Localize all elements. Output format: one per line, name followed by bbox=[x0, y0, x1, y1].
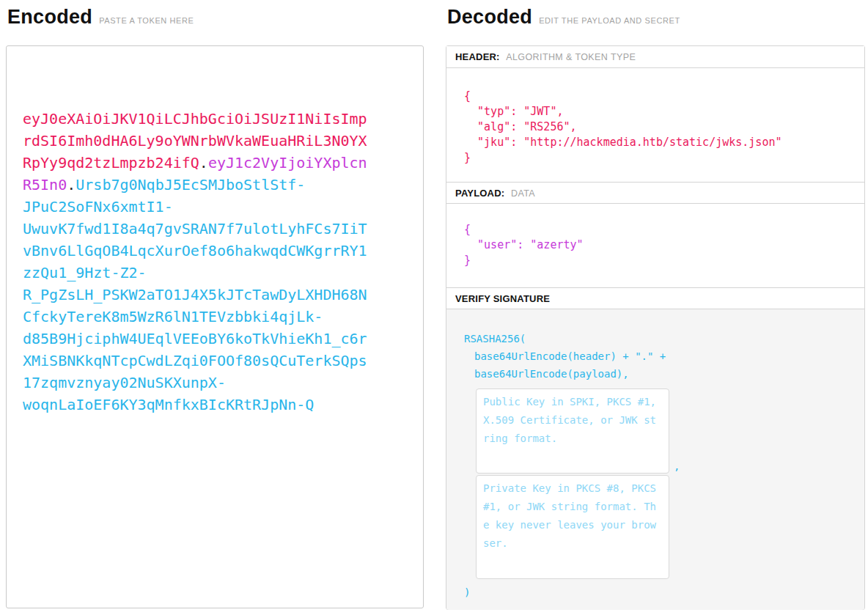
payload-label-hint: DATA bbox=[511, 188, 535, 199]
decoded-header-editor[interactable]: { "typ": "JWT", "alg": "RS256", "jku": "… bbox=[446, 68, 864, 182]
public-key-input[interactable] bbox=[476, 388, 669, 474]
signature-algorithm-open: RSASHA256( bbox=[464, 330, 847, 347]
encoded-title: Encoded bbox=[7, 6, 92, 29]
payload-section-label: PAYLOAD: DATA bbox=[446, 182, 864, 204]
header-section-label: HEADER: ALGORITHM & TOKEN TYPE bbox=[446, 46, 864, 68]
private-key-input[interactable] bbox=[476, 475, 669, 579]
jwt-separator: . bbox=[199, 154, 208, 172]
encoded-subtitle: PASTE A TOKEN HERE bbox=[99, 16, 194, 25]
decoded-header-json[interactable]: { "typ": "JWT", "alg": "RS256", "jku": "… bbox=[464, 89, 847, 166]
decoded-subtitle: EDIT THE PAYLOAD AND SECRET bbox=[539, 16, 680, 25]
verify-signature-area: RSASHA256( base64UrlEncode(header) + "."… bbox=[446, 309, 864, 610]
signature-encode-header-line: base64UrlEncode(header) + "." + bbox=[474, 347, 847, 365]
decoded-payload-json[interactable]: { "user": "azerty" } bbox=[464, 222, 847, 268]
verify-section-label: VERIFY SIGNATURE bbox=[446, 287, 864, 309]
jwt-separator: . bbox=[67, 176, 76, 194]
signature-encode-payload-line: base64UrlEncode(payload), bbox=[474, 365, 847, 383]
decoded-title: Decoded bbox=[447, 6, 532, 29]
verify-label: VERIFY SIGNATURE bbox=[455, 293, 550, 304]
header-label-hint: ALGORITHM & TOKEN TYPE bbox=[506, 52, 636, 62]
encoded-token-box[interactable]: eyJ0eXAiOiJKV1QiLCJhbGciOiJSUzI1NiIsImpr… bbox=[6, 45, 424, 608]
jwt-signature-part: Ursb7g0NqbJ5EcSMJboStlStf-JPuC2SoFNx6xmt… bbox=[23, 176, 367, 413]
decoded-header: Decoded EDIT THE PAYLOAD AND SECRET bbox=[447, 6, 680, 29]
signature-comma: , bbox=[674, 460, 680, 472]
header-label: HEADER: bbox=[455, 51, 500, 62]
payload-label: PAYLOAD: bbox=[455, 188, 504, 199]
signature-close-paren: ) bbox=[464, 583, 847, 601]
encoded-header: Encoded PASTE A TOKEN HERE bbox=[7, 6, 194, 29]
decoded-payload-editor[interactable]: { "user": "azerty" } bbox=[446, 204, 864, 287]
public-key-wrap: , bbox=[464, 388, 684, 474]
decoded-panel: HEADER: ALGORITHM & TOKEN TYPE { "typ": … bbox=[446, 45, 865, 610]
jwt-token-input[interactable]: eyJ0eXAiOiJKV1QiLCJhbGciOiJSUzI1NiIsImpr… bbox=[23, 64, 373, 438]
private-key-wrap bbox=[464, 475, 684, 579]
